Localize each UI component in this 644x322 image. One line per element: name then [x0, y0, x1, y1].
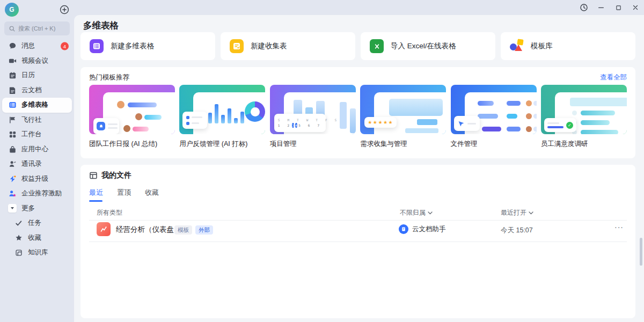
decor-avatar — [526, 100, 532, 106]
sidebar: G 搜索 (Ctrl + K) 消息 4 视频会议 日历 云文档 多维表格 — [0, 0, 74, 322]
sidebar-nav: 消息 4 视频会议 日历 云文档 多维表格 飞行社 工作台 应用中 — [0, 39, 74, 260]
sidebar-item-docs[interactable]: 云文档 — [0, 83, 74, 98]
calendar-dates: 1 2 — [278, 123, 292, 127]
decor-widget — [182, 112, 207, 129]
decor-bar — [478, 114, 498, 119]
view-all-link[interactable]: 查看全部 — [600, 73, 627, 82]
sidebar-item-contacts[interactable]: 通讯录 — [0, 157, 74, 172]
contacts-person-icon — [8, 160, 17, 169]
sidebar-item-referral[interactable]: 企业推荐激励 — [0, 186, 74, 201]
sidebar-item-label: 更多 — [21, 204, 35, 213]
sidebar-item-video-meeting[interactable]: 视频会议 — [0, 54, 74, 69]
sidebar-item-favorites[interactable]: 收藏 — [0, 231, 74, 246]
decor-avatar — [117, 101, 125, 108]
dashboard-file-icon — [97, 222, 111, 236]
my-files-icon — [89, 171, 98, 180]
sidebar-item-label: 日历 — [21, 71, 35, 80]
decor-dot — [572, 111, 577, 115]
template-tag: 模板 — [174, 225, 192, 235]
unread-badge: 4 — [61, 42, 69, 50]
template-name: 项目管理 — [270, 140, 356, 149]
new-base-button[interactable]: 新建多维表格 — [80, 32, 215, 60]
sidebar-item-workplace[interactable]: 工作台 — [0, 127, 74, 142]
decor-bar — [144, 115, 162, 120]
template-name: 团队工作日报 (AI 总结) — [89, 140, 175, 149]
decor-column — [350, 108, 356, 133]
decor-bar — [581, 130, 618, 134]
sidebar-item-calendar[interactable]: 日历 — [0, 68, 74, 83]
decor-bar — [478, 101, 494, 106]
scrollbar-thumb[interactable] — [640, 238, 642, 266]
calendar-date-selected: 4 — [295, 123, 297, 128]
sidebar-item-wiki[interactable]: 知识库 — [0, 245, 74, 260]
sidebar-item-messages[interactable]: 消息 4 — [0, 39, 74, 54]
owner-name: 云文档助手 — [412, 225, 446, 234]
template-thumbnail: ★★★★★ — [360, 85, 446, 134]
app-bag-icon — [8, 145, 17, 153]
import-excel-button[interactable]: 导入 Excel/在线表格 — [361, 32, 495, 60]
template-card-project-management[interactable]: S M T W T F S 1 2 3 4 5 6 7 项目管理 — [270, 85, 356, 149]
sidebar-item-label: 企业推荐激励 — [21, 189, 62, 198]
tab-recent[interactable]: 最近 — [89, 188, 103, 202]
maximize-icon[interactable] — [614, 3, 623, 12]
sidebar-item-more[interactable]: 更多 — [0, 201, 74, 216]
template-card-requirements[interactable]: ★★★★★ 需求收集与管理 — [360, 85, 446, 149]
tab-pinned[interactable]: 置顶 — [117, 188, 131, 202]
hot-templates-title: 热门模板推荐 — [89, 73, 129, 82]
filter-owner[interactable]: 不限归属 — [400, 208, 433, 217]
more-actions-button[interactable]: ··· — [614, 223, 624, 231]
file-opened-time: 今天 15:07 — [501, 226, 533, 235]
search-icon — [9, 25, 16, 32]
wiki-book-icon — [14, 248, 23, 257]
new-base-label: 新建多维表格 — [111, 41, 154, 51]
sidebar-item-label: 收藏 — [28, 233, 41, 243]
avatar[interactable]: G — [5, 3, 19, 17]
filter-type-label: 所有类型 — [97, 208, 122, 217]
history-icon[interactable] — [580, 3, 588, 12]
calendar-days: S M T W T F S — [278, 118, 322, 122]
decor-pill — [533, 114, 537, 119]
template-library-button[interactable]: 模板库 — [501, 32, 635, 60]
hot-templates-panel: 热门模板推荐 查看全部 团队工作日报 (AI 总结 — [80, 67, 635, 158]
minimize-icon[interactable] — [597, 3, 605, 12]
star-rating: ★★★★★ — [368, 120, 393, 125]
filter-sort-label: 最近打开 — [501, 208, 526, 217]
flag-icon — [8, 115, 17, 124]
referral-person-icon — [8, 189, 17, 198]
sidebar-item-app-center[interactable]: 应用中心 — [0, 142, 74, 157]
file-row[interactable]: 经营分析（仪表盘） 模板 外部 云文档助手 今天 15:07 ··· — [80, 217, 635, 241]
divider — [89, 241, 627, 242]
decor-bar — [507, 101, 521, 106]
decor-band — [570, 98, 627, 106]
sidebar-item-base[interactable]: 多维表格 — [2, 98, 72, 113]
template-card-user-feedback[interactable]: 用户反馈管理 (AI 打标) — [179, 85, 265, 149]
decor-bar — [482, 127, 501, 131]
filter-sort[interactable]: 最近打开 — [501, 208, 533, 217]
sidebar-item-tasks[interactable]: 任务 — [0, 216, 74, 231]
add-button[interactable] — [60, 5, 69, 14]
search-input[interactable]: 搜索 (Ctrl + K) — [4, 21, 70, 35]
template-thumbnail — [89, 85, 175, 134]
decor-widget — [454, 116, 480, 131]
template-card-satisfaction-survey[interactable]: ✓ 员工满意度调研 — [541, 85, 627, 149]
decor-avatar — [526, 113, 532, 119]
chevron-down-icon — [8, 204, 17, 213]
decor-bar — [133, 127, 149, 131]
template-name: 文件管理 — [451, 140, 537, 149]
close-icon[interactable] — [631, 3, 640, 12]
decor-avatar — [123, 125, 130, 132]
window-controls — [580, 3, 640, 12]
new-form-button[interactable]: 新建收集表 — [221, 32, 355, 60]
template-name: 用户反馈管理 (AI 打标) — [179, 140, 265, 149]
sidebar-item-label: 应用中心 — [21, 145, 48, 154]
sidebar-item-upgrade[interactable]: 权益升级 — [0, 172, 74, 187]
chat-icon — [8, 42, 17, 50]
file-owner: 云文档助手 — [399, 224, 446, 234]
template-card-daily-report[interactable]: 团队工作日报 (AI 总结) — [89, 85, 175, 149]
template-card-file-management[interactable]: 文件管理 — [451, 85, 537, 149]
filter-type[interactable]: 所有类型 — [97, 208, 122, 217]
chevron-down-icon — [529, 211, 533, 215]
sidebar-item-community[interactable]: 飞行社 — [0, 113, 74, 128]
tab-favorites[interactable]: 收藏 — [145, 188, 159, 202]
decor-avatar — [526, 126, 532, 132]
